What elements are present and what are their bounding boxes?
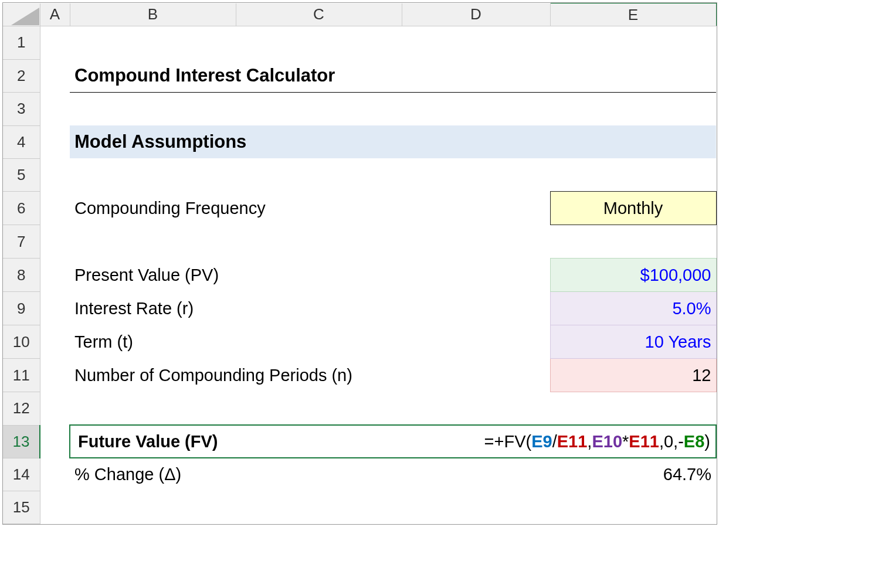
cell-C15[interactable] [236, 491, 402, 524]
cell-C7[interactable] [236, 225, 402, 259]
row-header-10[interactable]: 10 [3, 325, 40, 359]
spreadsheet: A B C D E 1 2 Compound Interest Calculat… [2, 2, 717, 525]
row-header-4[interactable]: 4 [3, 125, 40, 158]
label-periods[interactable]: Number of Compounding Periods (n) [70, 359, 550, 392]
cell-E1[interactable] [550, 26, 716, 60]
title-cell[interactable]: Compound Interest Calculator [70, 59, 716, 93]
cell-C5[interactable] [236, 158, 402, 192]
cell-A4[interactable] [40, 125, 70, 158]
formula-display: =+FV(E9/E11,E10*E11,0,-E8) [484, 432, 710, 451]
input-rate[interactable]: 5.0% [550, 292, 716, 325]
subheader-cell[interactable]: Model Assumptions [70, 125, 716, 158]
label-pv[interactable]: Present Value (PV) [70, 259, 550, 292]
cell-B5[interactable] [70, 158, 236, 192]
cell-E3[interactable] [550, 93, 716, 126]
col-header-A[interactable]: A [40, 4, 70, 26]
cell-A6[interactable] [40, 192, 70, 225]
cell-B3[interactable] [70, 93, 236, 126]
label-change[interactable]: % Change (Δ) [70, 458, 550, 491]
row-header-5[interactable]: 5 [3, 158, 40, 192]
cell-B15[interactable] [70, 491, 236, 524]
cell-A8[interactable] [40, 259, 70, 292]
cell-D5[interactable] [402, 158, 550, 192]
input-pv[interactable]: $100,000 [550, 259, 716, 292]
cell-D12[interactable] [402, 392, 550, 426]
cell-C1[interactable] [236, 26, 402, 60]
cell-A15[interactable] [40, 491, 70, 524]
cell-C12[interactable] [236, 392, 402, 426]
cell-D1[interactable] [402, 26, 550, 60]
col-header-C[interactable]: C [236, 4, 402, 26]
row-header-7[interactable]: 7 [3, 225, 40, 259]
select-all-corner[interactable] [3, 4, 40, 26]
cell-A7[interactable] [40, 225, 70, 259]
value-change[interactable]: 64.7% [550, 458, 716, 491]
cell-A13[interactable] [40, 425, 70, 458]
cell-B7[interactable] [70, 225, 236, 259]
label-frequency[interactable]: Compounding Frequency [70, 192, 550, 225]
cell-E15[interactable] [550, 491, 716, 524]
row-header-15[interactable]: 15 [3, 491, 40, 524]
row-header-12[interactable]: 12 [3, 392, 40, 426]
row-header-3[interactable]: 3 [3, 93, 40, 126]
cell-A14[interactable] [40, 458, 70, 491]
cell-E7[interactable] [550, 225, 716, 259]
cell-A1[interactable] [40, 26, 70, 60]
cell-E5[interactable] [550, 158, 716, 192]
row-header-11[interactable]: 11 [3, 359, 40, 392]
col-header-B[interactable]: B [70, 4, 236, 26]
row-header-13[interactable]: 13 [3, 425, 40, 458]
fv-row-selected[interactable]: Future Value (FV) =+FV(E9/E11,E10*E11,0,… [70, 425, 716, 458]
cell-B1[interactable] [70, 26, 236, 60]
row-header-14[interactable]: 14 [3, 458, 40, 491]
row-header-6[interactable]: 6 [3, 192, 40, 225]
row-header-1[interactable]: 1 [3, 26, 40, 60]
input-periods[interactable]: 12 [550, 359, 716, 392]
cell-C3[interactable] [236, 93, 402, 126]
input-term[interactable]: 10 Years [550, 325, 716, 359]
label-rate[interactable]: Interest Rate (r) [70, 292, 550, 325]
cell-A3[interactable] [40, 93, 70, 126]
col-header-E[interactable]: E [550, 4, 716, 26]
label-fv: Future Value (FV) [70, 432, 218, 451]
label-term[interactable]: Term (t) [70, 325, 550, 359]
input-frequency[interactable]: Monthly [550, 192, 716, 225]
cell-A5[interactable] [40, 158, 70, 192]
cell-A9[interactable] [40, 292, 70, 325]
cell-D7[interactable] [402, 225, 550, 259]
cell-D3[interactable] [402, 93, 550, 126]
cell-D15[interactable] [402, 491, 550, 524]
cell-A12[interactable] [40, 392, 70, 426]
col-header-D[interactable]: D [402, 4, 550, 26]
cell-A11[interactable] [40, 359, 70, 392]
cell-A10[interactable] [40, 325, 70, 359]
cell-A2[interactable] [40, 59, 70, 93]
row-header-9[interactable]: 9 [3, 292, 40, 325]
cell-E12[interactable] [550, 392, 716, 426]
cell-B12[interactable] [70, 392, 236, 426]
row-header-8[interactable]: 8 [3, 259, 40, 292]
row-header-2[interactable]: 2 [3, 59, 40, 93]
